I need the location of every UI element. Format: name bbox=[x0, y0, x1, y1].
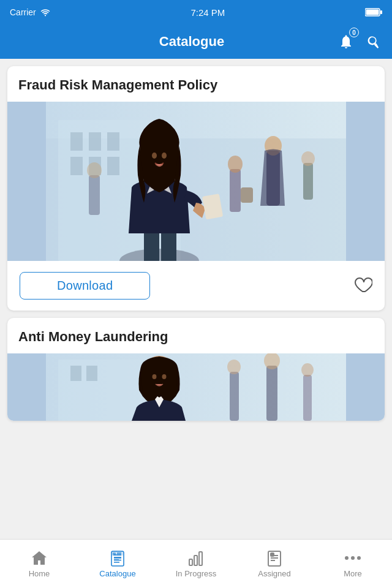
nav-catalogue-label: Catalogue bbox=[99, 569, 135, 578]
catalogue-icon-svg bbox=[109, 549, 126, 567]
inprogress-icon bbox=[187, 549, 205, 567]
status-carrier: Carrier bbox=[10, 7, 51, 17]
course-image-1 bbox=[7, 102, 385, 261]
nav-catalogue[interactable]: Catalogue bbox=[78, 540, 157, 588]
svg-rect-54 bbox=[194, 556, 197, 565]
more-icon bbox=[344, 549, 361, 567]
carrier-label: Carrier bbox=[10, 7, 36, 17]
notifications-button[interactable]: 0 bbox=[337, 31, 355, 52]
svg-point-17 bbox=[152, 153, 157, 159]
catalogue-icon bbox=[109, 549, 126, 567]
svg-point-37 bbox=[227, 360, 241, 374]
bottom-nav: Home Catalogue bbox=[0, 539, 392, 588]
assigned-icon bbox=[266, 549, 283, 567]
header-actions: 0 bbox=[337, 31, 382, 52]
heart-icon-svg bbox=[353, 275, 372, 295]
svg-rect-8 bbox=[107, 132, 119, 151]
course-image-2 bbox=[7, 353, 385, 421]
download-button-1[interactable]: Download bbox=[20, 272, 150, 300]
svg-point-62 bbox=[351, 556, 355, 560]
battery-icon bbox=[365, 8, 382, 17]
course-actions-1: Download bbox=[7, 261, 385, 311]
svg-point-26 bbox=[301, 151, 315, 166]
svg-rect-25 bbox=[303, 163, 313, 200]
svg-point-61 bbox=[345, 556, 349, 560]
wifi-icon bbox=[40, 8, 51, 17]
status-time: 7:24 PM bbox=[190, 7, 225, 18]
svg-rect-47 bbox=[113, 552, 116, 556]
inprogress-icon-svg bbox=[187, 549, 205, 567]
nav-assigned[interactable]: Assigned bbox=[235, 540, 314, 588]
nav-assigned-label: Assigned bbox=[258, 569, 290, 578]
svg-rect-1 bbox=[380, 10, 382, 14]
favorite-button-1[interactable] bbox=[353, 275, 372, 297]
more-icon-svg bbox=[344, 554, 361, 562]
svg-point-63 bbox=[357, 556, 361, 560]
status-right bbox=[365, 8, 382, 17]
assigned-icon-svg bbox=[266, 549, 283, 567]
svg-rect-9 bbox=[70, 157, 83, 175]
notification-badge: 0 bbox=[349, 28, 359, 37]
course-title-2: Anti Money Laundering bbox=[7, 318, 385, 353]
app-header: Catalogue 0 bbox=[0, 24, 392, 59]
home-icon bbox=[31, 549, 48, 567]
svg-point-41 bbox=[301, 363, 314, 377]
course-image-svg-2 bbox=[7, 353, 385, 421]
svg-rect-2 bbox=[366, 10, 379, 15]
svg-rect-11 bbox=[107, 157, 119, 175]
svg-rect-24 bbox=[241, 187, 253, 203]
svg-rect-36 bbox=[230, 372, 239, 421]
nav-inprogress[interactable]: In Progress bbox=[157, 540, 235, 588]
svg-rect-55 bbox=[199, 552, 202, 565]
course-card-2: Anti Money Laundering bbox=[7, 318, 385, 421]
course-title-1: Fraud Risk Management Policy bbox=[7, 66, 385, 102]
course-image-svg-1 bbox=[7, 102, 385, 261]
svg-rect-53 bbox=[189, 559, 192, 565]
search-icon[interactable] bbox=[365, 33, 382, 50]
nav-inprogress-label: In Progress bbox=[176, 569, 216, 578]
nav-more-label: More bbox=[344, 569, 362, 578]
status-bar: Carrier 7:24 PM bbox=[0, 0, 392, 24]
svg-rect-27 bbox=[89, 175, 100, 215]
svg-point-18 bbox=[162, 153, 167, 159]
svg-rect-7 bbox=[89, 132, 101, 151]
svg-point-28 bbox=[87, 162, 102, 178]
home-icon-svg bbox=[31, 549, 48, 567]
svg-point-34 bbox=[153, 374, 157, 379]
svg-rect-6 bbox=[70, 132, 83, 151]
svg-rect-32 bbox=[86, 366, 97, 381]
svg-rect-38 bbox=[266, 366, 277, 421]
nav-home[interactable]: Home bbox=[0, 540, 78, 588]
content-area: Fraud Risk Management Policy bbox=[0, 59, 392, 539]
svg-point-35 bbox=[162, 374, 167, 379]
course-card-1: Fraud Risk Management Policy bbox=[7, 66, 385, 311]
svg-rect-40 bbox=[303, 375, 312, 421]
svg-rect-31 bbox=[70, 366, 81, 381]
nav-more[interactable]: More bbox=[314, 540, 392, 588]
svg-rect-60 bbox=[271, 553, 274, 556]
nav-home-label: Home bbox=[29, 569, 50, 578]
svg-point-23 bbox=[228, 156, 243, 173]
svg-rect-22 bbox=[230, 169, 241, 212]
header-title: Catalogue bbox=[47, 34, 337, 50]
